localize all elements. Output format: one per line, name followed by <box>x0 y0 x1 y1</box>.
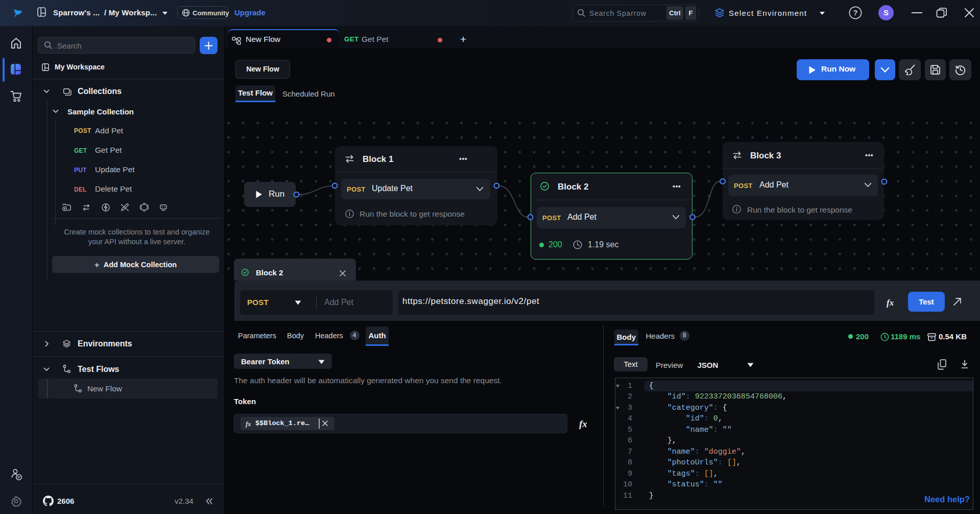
svg-text:fx: fx <box>246 420 251 428</box>
svg-text:fx: fx <box>887 298 894 308</box>
svg-text:fx: fx <box>579 418 587 429</box>
svg-text:?: ? <box>853 9 858 17</box>
